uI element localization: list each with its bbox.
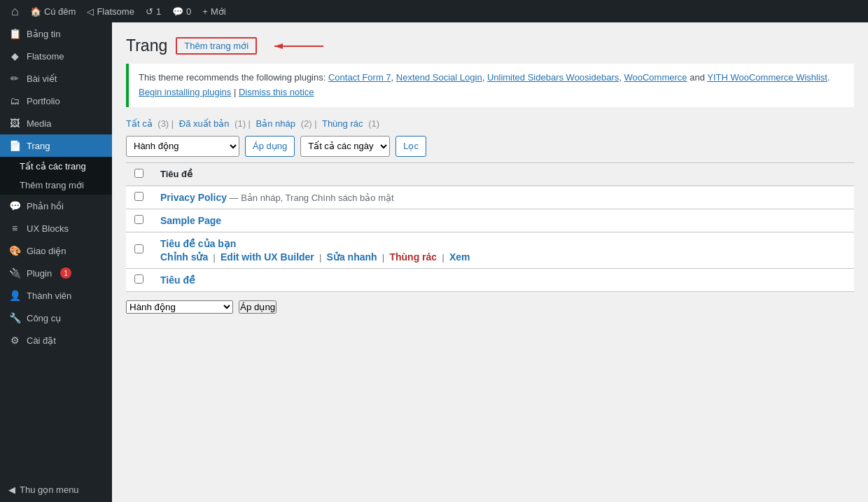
home-icon: 🏠 [30, 6, 41, 17]
table-row: Tiêu đề của bạn Chỉnh sửa | Edit with UX… [126, 232, 854, 268]
sidebar-item-tools[interactable]: 🔧 Công cụ [0, 307, 112, 329]
site-name-item[interactable]: 🏠 Cú đêm [24, 0, 82, 22]
arrow-svg [271, 39, 327, 53]
customize-item[interactable]: ◁ Flatsome [81, 0, 139, 22]
plugins-badge: 1 [60, 267, 71, 279]
add-new-page-label: Thêm trang mới [20, 180, 84, 190]
filter-button[interactable]: Lọc [396, 136, 426, 157]
arrow-annotation [271, 39, 327, 53]
quick-edit-action-link[interactable]: Sửa nhanh [327, 251, 377, 263]
page-title-link[interactable]: Tiêu đề của bạn [160, 238, 236, 249]
appearance-icon: 🎨 [8, 245, 21, 256]
sidebar-item-posts[interactable]: ✏ Bài viết [0, 67, 112, 90]
sidebar: 📋 Bảng tin ◆ Flatsome ✏ Bài viết 🗂 Portf… [0, 22, 112, 502]
sidebar-item-pages[interactable]: 📄 Trang [0, 134, 112, 157]
sidebar-item-users[interactable]: 👤 Thành viên [0, 284, 112, 307]
wp-logo-item[interactable]: ⌂ [6, 0, 24, 22]
th-checkbox [126, 162, 152, 186]
pages-table: Tiêu đề Privacy Policy — Bản nháp, Trang… [126, 162, 854, 292]
main-content: Trang Thêm trang mới This theme recommen… [112, 22, 868, 502]
sidebar-item-all-pages[interactable]: Tất cả các trang [0, 157, 112, 176]
sidebar-item-dashboard[interactable]: 📋 Bảng tin [0, 22, 112, 45]
bottom-bulk-action-select[interactable]: Hành động Sửa Chuyển vào thùng rác [126, 300, 233, 314]
filter-all-link[interactable]: Tất cả [126, 118, 153, 129]
filter-trash-link[interactable]: Thùng rác [322, 118, 363, 129]
sidebar-item-portfolio[interactable]: 🗂 Portfolio [0, 90, 112, 112]
filter-draft-link[interactable]: Bản nháp [256, 118, 295, 129]
contact-form-7-link[interactable]: Contact Form 7 [328, 72, 391, 83]
collapse-icon: ◀ [8, 484, 15, 495]
theme-label: Flatsome [97, 6, 134, 17]
page-title-link[interactable]: Sample Page [160, 215, 221, 226]
date-select[interactable]: Tất cả các ngày [300, 136, 390, 157]
flatsome-icon: ◆ [8, 50, 21, 62]
row-actions: Chỉnh sửa | Edit with UX Builder | Sửa n… [160, 251, 846, 263]
filter-links: Tất cả (3) | Đã xuất bản (1) | Bản nháp … [126, 118, 854, 129]
row-checkbox[interactable] [134, 192, 144, 201]
settings-label: Cài đặt [27, 335, 56, 346]
pages-label: Trang [27, 141, 50, 151]
woosidebars-link[interactable]: Unlimited Sidebars Woosidebars [487, 72, 619, 83]
sidebar-item-comments[interactable]: 💬 Phản hồi [0, 195, 112, 217]
sidebar-item-settings[interactable]: ⚙ Cài đặt [0, 329, 112, 351]
plus-icon: + [202, 6, 208, 17]
th-title: Tiêu đề [152, 162, 854, 186]
bulk-action-select[interactable]: Hành động Sửa Chuyển vào thùng rác [126, 136, 239, 157]
page-title-link[interactable]: Privacy Policy [160, 192, 227, 203]
add-new-button[interactable]: Thêm trang mới [176, 37, 257, 55]
page-subtitle: — Bản nháp, Trang Chính sách bảo mật [230, 193, 394, 203]
filter-published-link[interactable]: Đã xuất bản [179, 118, 230, 129]
row-checkbox[interactable] [134, 215, 144, 224]
row-checkbox[interactable] [134, 244, 144, 253]
all-pages-label: Tất cả các trang [20, 161, 86, 172]
plugin-notice: This theme recommends the following plug… [126, 64, 854, 107]
notice-text: This theme recommends the following plug… [139, 72, 328, 83]
apply-button[interactable]: Áp dụng [245, 136, 295, 157]
sidebar-item-media[interactable]: 🖼 Media [0, 112, 112, 134]
ux-blocks-icon: ≡ [8, 223, 21, 234]
admin-bar: ⌂ 🏠 Cú đêm ◁ Flatsome ↺ 1 💬 0 + Mới [0, 0, 868, 22]
edit-action-link[interactable]: Chỉnh sửa [160, 251, 208, 263]
sidebar-item-plugins[interactable]: 🔌 Plugin 1 [0, 262, 112, 284]
bottom-apply-button[interactable]: Áp dụng [239, 300, 276, 314]
updates-icon: ↺ [146, 6, 153, 17]
comments-icon: 💬 [172, 6, 183, 17]
tools-icon: 🔧 [8, 312, 21, 323]
pages-submenu: Tất cả các trang Thêm trang mới ← [0, 157, 112, 195]
portfolio-icon: 🗂 [8, 95, 21, 106]
ux-builder-action-link[interactable]: Edit with UX Builder [220, 251, 314, 263]
table-row: Privacy Policy — Bản nháp, Trang Chính s… [126, 186, 854, 209]
trash-action-link[interactable]: Thùng rác [389, 251, 437, 263]
nextend-link[interactable]: Nextend Social Login [396, 72, 482, 83]
new-content-item[interactable]: + Mới [197, 0, 231, 22]
collapse-menu-button[interactable]: ◀ Thu gọn menu [0, 477, 112, 502]
dismiss-notice-link[interactable]: Dismiss this notice [239, 87, 314, 97]
appearance-label: Giao diện [27, 246, 66, 256]
bulk-actions-bar: Hành động Sửa Chuyển vào thùng rác Áp dụ… [126, 136, 854, 157]
yith-link[interactable]: YITH WooCommerce Wishlist [707, 72, 827, 83]
sidebar-item-ux-blocks[interactable]: ≡ UX Blocks [0, 217, 112, 239]
page-header: Trang Thêm trang mới [126, 36, 854, 55]
users-label: Thành viên [27, 291, 71, 301]
sidebar-item-appearance[interactable]: 🎨 Giao diện [0, 239, 112, 262]
posts-label: Bài viết [27, 74, 57, 84]
tools-label: Công cụ [27, 313, 61, 323]
customize-icon: ◁ [87, 6, 94, 17]
dashboard-label: Bảng tin [27, 29, 60, 39]
sidebar-item-add-new-page[interactable]: Thêm trang mới ← [0, 176, 112, 195]
posts-icon: ✏ [8, 73, 21, 84]
updates-item[interactable]: ↺ 1 [140, 0, 167, 22]
comments-sidebar-label: Phản hồi [27, 201, 64, 211]
select-all-checkbox[interactable] [134, 169, 144, 178]
comments-sidebar-icon: 💬 [8, 200, 21, 211]
woocommerce-link[interactable]: WooCommerce [624, 72, 687, 83]
row-checkbox[interactable] [134, 274, 144, 284]
sidebar-item-flatsome[interactable]: ◆ Flatsome [0, 45, 112, 67]
plugins-icon: 🔌 [8, 267, 21, 279]
page-title-link[interactable]: Tiêu đề [160, 274, 195, 286]
begin-installing-link[interactable]: Begin installing plugins [139, 87, 231, 97]
view-action-link[interactable]: Xem [449, 251, 470, 263]
new-content-label: Mới [211, 6, 226, 17]
settings-icon: ⚙ [8, 335, 21, 346]
comments-item[interactable]: 💬 0 [167, 0, 197, 22]
